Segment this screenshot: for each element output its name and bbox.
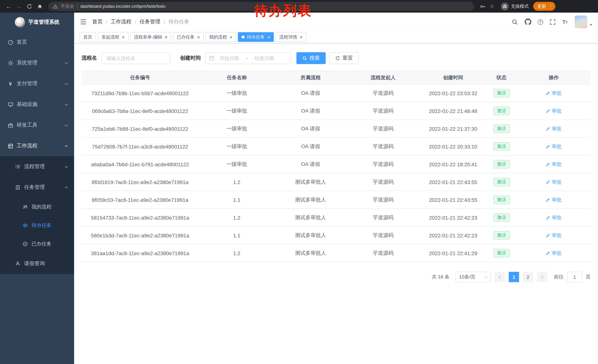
page-size-value: 10条/页	[459, 274, 475, 280]
sidebar-item-system-management[interactable]: 系统管理	[0, 53, 74, 73]
approve-link[interactable]: 审批	[546, 179, 562, 185]
table-row: 75d72608-7b7f-11ec-a3c8-acde48001122 一级审…	[82, 138, 590, 155]
sidebar-item-payment-management[interactable]: ¥ 支付管理	[0, 73, 74, 94]
page-number-button[interactable]: 2	[523, 272, 533, 282]
approve-link[interactable]: 审批	[546, 90, 562, 97]
cell-process: 测试多审批人	[275, 244, 346, 262]
edit-icon	[546, 91, 550, 95]
tab-close-icon[interactable]: ×	[300, 35, 303, 40]
end-date-input[interactable]	[250, 55, 279, 61]
browser-update-button[interactable]: 更新 ⋮	[533, 2, 555, 11]
page-number-button[interactable]: 1	[509, 272, 519, 282]
tab[interactable]: 待办任务 ×	[238, 32, 274, 42]
sidebar-item-todo-tasks[interactable]: 待办任务	[0, 216, 74, 235]
cell-task-name: 1.1	[199, 226, 275, 244]
approve-link[interactable]: 审批	[546, 161, 562, 168]
sidebar-item-process-management[interactable]: 流程管理	[0, 156, 74, 177]
breadcrumb-item-home[interactable]: 首页	[92, 18, 103, 25]
sidebar-item-infrastructure[interactable]: 基础设施	[0, 94, 74, 115]
browser-menu-icon[interactable]: ⋮	[548, 4, 553, 9]
next-page-button[interactable]	[537, 272, 547, 282]
bookmark-star-icon[interactable]: ☆	[488, 2, 497, 11]
sidebar-menu: 首页 系统管理 ¥ 支付管理	[0, 32, 74, 274]
column-header: 任务名称	[199, 71, 275, 84]
edit-icon	[546, 215, 550, 220]
sidebar-item-leave-query[interactable]: 请假查询	[0, 253, 74, 274]
tab[interactable]: 已办任务 ×	[173, 32, 204, 42]
password-key-icon[interactable]	[478, 2, 487, 11]
cell-process: 测试多审批人	[275, 173, 346, 191]
chevron-down-icon	[65, 61, 68, 64]
prev-page-button[interactable]	[495, 272, 505, 282]
sidebar-item-my-processes[interactable]: 我的流程	[0, 198, 74, 216]
chevron-down-icon	[485, 275, 488, 278]
approve-link[interactable]: 审批	[546, 143, 562, 150]
tab-close-icon[interactable]: ×	[267, 35, 270, 40]
fullscreen-icon[interactable]	[549, 18, 556, 25]
breadcrumb-separator: /	[135, 19, 136, 25]
reset-button[interactable]: 重置	[329, 52, 359, 64]
task-table: 任务编号任务名称所属流程流程发起人创建时间状态操作 73211d9d-7b9b-…	[82, 71, 590, 262]
edit-icon	[546, 144, 550, 149]
approve-link[interactable]: 审批	[546, 232, 562, 239]
check-circle-icon	[22, 241, 28, 247]
sidebar-item-task-management[interactable]: 任务管理	[0, 177, 74, 198]
start-date-input[interactable]	[215, 55, 244, 61]
tab[interactable]: 首页	[80, 32, 96, 42]
people-icon	[22, 204, 28, 210]
browser-back-icon[interactable]: ←	[4, 1, 13, 11]
cell-task-id: 8f0d1619-7ac8-11ec-a9e2-a2380e71991a	[82, 173, 199, 191]
breadcrumb-item-task-management[interactable]: 任务管理	[140, 18, 160, 25]
tab-close-icon[interactable]: ×	[197, 35, 200, 40]
column-header: 任务编号	[82, 71, 199, 84]
chevron-down-icon	[65, 82, 68, 85]
approve-link-label: 审批	[552, 161, 562, 168]
page-size-select[interactable]: 10条/页	[455, 272, 491, 282]
browser-forward-icon[interactable]: →	[14, 1, 24, 11]
approve-link[interactable]: 审批	[546, 250, 562, 256]
approve-link[interactable]: 审批	[546, 214, 562, 221]
sidebar-item-dev-tools[interactable]: 研发工具	[0, 115, 74, 136]
tab[interactable]: 流程详情 ×	[276, 32, 306, 42]
cell-process: OA 请假	[275, 120, 346, 138]
breadcrumb-item-workflow[interactable]: 工作流程	[111, 18, 132, 25]
search-icon[interactable]	[512, 18, 518, 25]
process-name-input[interactable]	[101, 52, 170, 64]
browser-home-icon[interactable]	[35, 1, 44, 11]
monitor-icon	[8, 101, 13, 107]
sidebar-item-workflow[interactable]: 工作流程	[0, 136, 74, 156]
edit-icon	[546, 109, 550, 113]
tab[interactable]: 发起流程 ×	[98, 32, 128, 42]
tab-close-icon[interactable]: ×	[165, 35, 167, 40]
chevron-down-icon	[65, 102, 68, 105]
user-menu[interactable]	[575, 16, 592, 28]
tab-close-icon[interactable]: ×	[122, 35, 125, 40]
collapse-sidebar-icon[interactable]	[80, 18, 87, 25]
table-row: 58154733-7ac8-11ec-a9e2-a2380e71991a 1.2…	[82, 209, 590, 226]
list-icon	[15, 164, 21, 170]
date-range-picker[interactable]: -	[205, 52, 291, 64]
workflow-submenu: 流程管理 任务管理 我的流程	[0, 156, 74, 274]
avatar[interactable]	[575, 16, 587, 28]
goto-page-input[interactable]	[567, 272, 582, 282]
tab[interactable]: 流程表单-编辑 ×	[130, 32, 171, 42]
yen-icon: ¥	[8, 81, 13, 87]
update-label: 更新	[537, 3, 546, 9]
sidebar-item-home[interactable]: 首页	[0, 32, 74, 53]
sidebar-item-done-tasks[interactable]: 已办任务	[0, 235, 74, 253]
approve-link-label: 审批	[552, 108, 562, 114]
search-button[interactable]: 搜索	[296, 52, 326, 64]
approve-link[interactable]: 审批	[546, 196, 562, 203]
not-secure-label: 不安全	[61, 3, 74, 9]
tab-close-icon[interactable]: ×	[230, 35, 233, 40]
approve-link[interactable]: 审批	[546, 108, 562, 114]
app-logo[interactable]: 芋道管理系统	[0, 13, 74, 32]
approve-link[interactable]: 审批	[546, 125, 562, 132]
font-size-icon[interactable]: TT	[562, 19, 568, 25]
page-unit-label: 页	[586, 274, 590, 280]
pagination-total: 共 16 条	[432, 274, 449, 280]
help-icon[interactable]: ?	[538, 19, 543, 25]
browser-refresh-icon[interactable]	[25, 1, 34, 11]
tab[interactable]: 我的流程 ×	[206, 32, 236, 42]
github-icon[interactable]	[525, 18, 531, 25]
